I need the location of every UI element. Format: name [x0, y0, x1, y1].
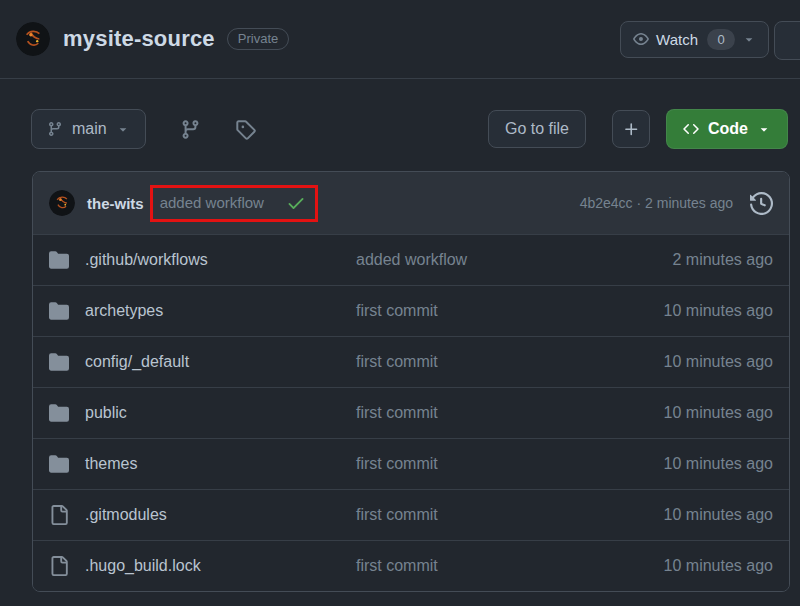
file-browser-panel: the-wits added workflow 4b2e4cc · 2 minu… — [32, 171, 790, 592]
file-icon — [49, 505, 69, 525]
code-brackets-icon — [683, 121, 699, 137]
file-name[interactable]: themes — [85, 455, 137, 473]
code-button-label: Code — [708, 120, 748, 138]
row-time[interactable]: 10 minutes ago — [664, 404, 773, 422]
row-time[interactable]: 2 minutes ago — [672, 251, 773, 269]
github-repo-page: { "header": { "repo_name": "mysite-sourc… — [0, 0, 800, 606]
table-row[interactable]: .github/workflows added workflow 2 minut… — [33, 234, 789, 285]
repo-name[interactable]: mysite-source — [63, 26, 215, 52]
file-name[interactable]: .gitmodules — [85, 506, 167, 524]
current-branch-label: main — [72, 120, 107, 138]
commit-author-name[interactable]: the-wits — [87, 195, 144, 212]
visibility-badge: Private — [227, 28, 289, 50]
file-name[interactable]: public — [85, 404, 127, 422]
annotation-red-box: added workflow — [150, 185, 318, 222]
row-commit-message[interactable]: first commit — [356, 353, 664, 371]
row-commit-message[interactable]: first commit — [356, 557, 664, 575]
latest-commit-bar: the-wits added workflow 4b2e4cc · 2 minu… — [33, 172, 789, 234]
tag-icon — [235, 119, 256, 140]
file-icon — [49, 556, 69, 576]
commit-history-button[interactable] — [750, 192, 773, 215]
repo-toolbar: main Go to file Code — [31, 109, 788, 149]
file-name-cell: public — [49, 403, 356, 423]
history-clock-icon — [750, 192, 773, 215]
file-row-list: .github/workflows added workflow 2 minut… — [33, 234, 789, 591]
tags-link[interactable] — [235, 119, 256, 140]
folder-icon — [49, 454, 69, 474]
chevron-down-icon — [116, 122, 130, 136]
commit-time: 2 minutes ago — [645, 195, 733, 211]
git-branch-icon — [47, 121, 63, 137]
file-name-cell: .hugo_build.lock — [49, 556, 356, 576]
watch-label: Watch — [656, 31, 698, 48]
file-name-cell: config/_default — [49, 352, 356, 372]
row-time[interactable]: 10 minutes ago — [664, 302, 773, 320]
add-file-button[interactable] — [612, 110, 650, 148]
commit-sha[interactable]: 4b2e4cc — [580, 195, 633, 211]
code-button[interactable]: Code — [666, 109, 788, 149]
chevron-down-icon — [757, 122, 771, 136]
table-row[interactable]: archetypes first commit 10 minutes ago — [33, 285, 789, 336]
folder-icon — [49, 250, 69, 270]
branch-selector-button[interactable]: main — [31, 109, 146, 149]
watch-count-badge: 0 — [707, 29, 735, 50]
eye-icon — [633, 31, 649, 47]
commit-meta: 4b2e4cc · 2 minutes ago — [580, 195, 733, 211]
table-row[interactable]: .hugo_build.lock first commit 10 minutes… — [33, 540, 789, 591]
fork-button-partial[interactable] — [774, 21, 800, 60]
file-name[interactable]: config/_default — [85, 353, 189, 371]
row-time[interactable]: 10 minutes ago — [664, 557, 773, 575]
row-commit-message[interactable]: first commit — [356, 404, 664, 422]
plus-icon — [623, 121, 640, 138]
row-commit-message[interactable]: added workflow — [356, 251, 672, 269]
file-name-cell: archetypes — [49, 301, 356, 321]
repo-header: mysite-source Private Watch 0 — [0, 0, 800, 79]
row-time[interactable]: 10 minutes ago — [664, 353, 773, 371]
table-row[interactable]: themes first commit 10 minutes ago — [33, 438, 789, 489]
row-commit-message[interactable]: first commit — [356, 302, 664, 320]
repo-owner-avatar — [16, 22, 50, 56]
branches-link[interactable] — [180, 119, 201, 140]
file-name[interactable]: .hugo_build.lock — [85, 557, 201, 575]
row-time[interactable]: 10 minutes ago — [664, 506, 773, 524]
table-row[interactable]: public first commit 10 minutes ago — [33, 387, 789, 438]
chevron-down-icon — [742, 32, 756, 46]
table-row[interactable]: config/_default first commit 10 minutes … — [33, 336, 789, 387]
table-row[interactable]: .gitmodules first commit 10 minutes ago — [33, 489, 789, 540]
go-to-file-button[interactable]: Go to file — [488, 110, 586, 148]
file-name-cell: themes — [49, 454, 356, 474]
watch-button[interactable]: Watch 0 — [620, 21, 769, 58]
folder-icon — [49, 403, 69, 423]
file-name[interactable]: .github/workflows — [85, 251, 208, 269]
file-name-cell: .github/workflows — [49, 250, 356, 270]
go-to-file-label: Go to file — [505, 120, 569, 138]
commit-message-link[interactable]: added workflow — [160, 194, 264, 211]
row-commit-message[interactable]: first commit — [356, 455, 664, 473]
row-commit-message[interactable]: first commit — [356, 506, 664, 524]
check-icon[interactable] — [286, 193, 306, 213]
git-branch-icon — [180, 119, 201, 140]
meta-separator: · — [636, 195, 641, 211]
commit-author-avatar — [49, 190, 75, 216]
file-name-cell: .gitmodules — [49, 505, 356, 525]
file-name[interactable]: archetypes — [85, 302, 163, 320]
row-time[interactable]: 10 minutes ago — [664, 455, 773, 473]
folder-icon — [49, 352, 69, 372]
folder-icon — [49, 301, 69, 321]
